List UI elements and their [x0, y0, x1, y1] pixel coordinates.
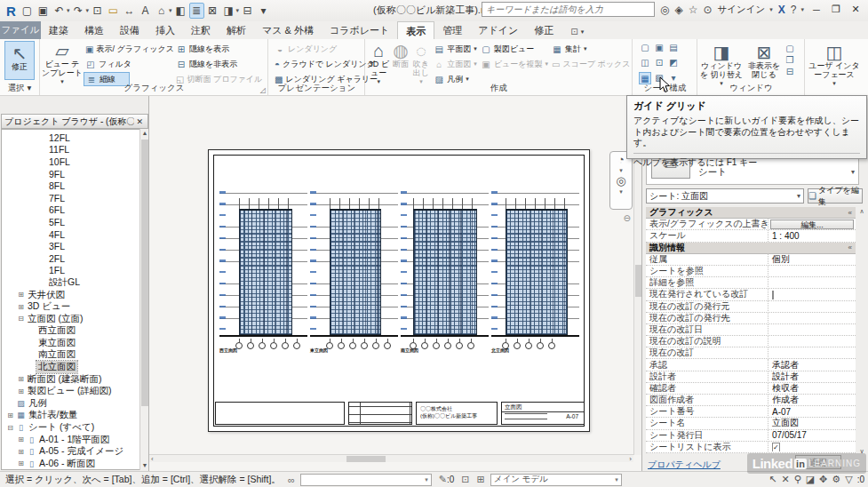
tab-アドイン[interactable]: アドイン: [470, 21, 526, 39]
drawing-area[interactable]: 西立面図東立面図南立面図北立面図 〇〇株式会社 (仮称)〇〇ビル新築工事 立面図…: [149, 96, 641, 471]
worksets-icon[interactable]: ∞: [288, 475, 295, 485]
undo-icon[interactable]: ↶: [52, 3, 67, 19]
user-icon[interactable]: ⊟: [240, 3, 255, 19]
tree-item-凡例[interactable]: ▨凡例: [2, 397, 140, 410]
tab-管理[interactable]: 管理: [434, 21, 470, 39]
property-value[interactable]: 検収者: [768, 382, 856, 395]
communication-center-icon[interactable]: ◈: [674, 4, 682, 16]
tab-挿入[interactable]: 挿入: [147, 21, 183, 39]
help-icon[interactable]: ?: [791, 4, 797, 16]
steering-wheel-icon[interactable]: ◔: [617, 154, 625, 166]
redo-icon[interactable]: ↷: [71, 3, 86, 19]
property-value[interactable]: 1 : 400: [768, 231, 856, 241]
select-underlay-icon[interactable]: ✕: [781, 474, 789, 485]
tree-item-7FL[interactable]: 7FL: [2, 192, 140, 204]
switch-windows-button[interactable]: ◨ ウィンドウを 切り替え▾: [698, 41, 745, 86]
tree-item-6FL[interactable]: 6FL: [2, 204, 140, 217]
project-browser-close-icon[interactable]: ✕: [134, 117, 145, 126]
remove-hidden-lines-button[interactable]: ⊟ 隠線を非表示: [174, 57, 263, 71]
text-icon[interactable]: A: [138, 3, 153, 19]
tree-item-A-01 - 1階平面図[interactable]: ⊞▯A-01 - 1階平面図: [2, 434, 140, 446]
property-value[interactable]: 作成者: [768, 394, 856, 406]
ribbon-display-toggle[interactable]: ⊡ ▾: [570, 27, 584, 39]
drafting-view-button[interactable]: ▢ 製図ビュー: [479, 42, 550, 56]
tree-item-東立面図[interactable]: 東立面図: [2, 337, 140, 349]
tree-item-南立面図[interactable]: 南立面図: [2, 349, 140, 362]
print-icon[interactable]: ⊡: [90, 3, 105, 19]
tree-item-2FL[interactable]: 2FL: [2, 252, 140, 265]
tree-item-5FL[interactable]: 5FL: [2, 216, 140, 228]
navbar-collapse-icon[interactable]: ⊖: [624, 213, 631, 223]
signin-label[interactable]: サインイン: [718, 4, 766, 16]
close-hidden-button[interactable]: ⊠ 非表示を 閉じる: [745, 41, 784, 86]
replicate-window-icon[interactable]: ▢: [784, 44, 796, 54]
checkbox-checked[interactable]: ✓: [772, 443, 780, 451]
tab-構造[interactable]: 構造: [76, 21, 112, 39]
tab-file[interactable]: ファイル: [0, 21, 41, 39]
minimize-button[interactable]: ─: [809, 4, 824, 15]
tree-item-A-06 - 断面図[interactable]: ⊞▯A-06 - 断面図: [2, 458, 140, 470]
switch-windows-icon-caret[interactable]: ▾: [236, 7, 240, 14]
select-links-icon[interactable]: ↖: [768, 474, 776, 485]
view-template-button[interactable]: ▱ ビュー テンプレート▾: [41, 39, 84, 86]
property-value[interactable]: 承認者: [768, 359, 856, 371]
cascade-windows-icon[interactable]: ❐: [784, 55, 796, 66]
expand-minus-icon[interactable]: ⊟: [16, 315, 26, 323]
tree-item-9FL[interactable]: 9FL: [2, 168, 140, 180]
scroll-left-icon[interactable]: ‹: [151, 455, 154, 463]
matchline-icon[interactable]: ◩: [667, 57, 680, 69]
property-value[interactable]: 設計者: [768, 371, 856, 383]
expand-plus-icon[interactable]: ⊞: [16, 375, 26, 383]
property-section-グラフィックス[interactable]: グラフィックス«: [646, 207, 856, 219]
property-value[interactable]: A-07: [768, 407, 856, 417]
signin-caret-icon[interactable]: ▾: [769, 6, 773, 13]
open-icon[interactable]: ▢: [20, 3, 35, 19]
zoom-caret-icon[interactable]: ▾: [619, 188, 623, 196]
tab-設備[interactable]: 設備: [112, 21, 147, 39]
visibility-graphics-button[interactable]: ▣ 表示/ グラフィックス: [84, 42, 174, 56]
default-3d-view-icon-caret[interactable]: ▾: [169, 7, 172, 14]
property-value[interactable]: 立面図: [768, 417, 856, 429]
expand-plus-icon[interactable]: ⊞: [16, 387, 26, 395]
tab-注釈[interactable]: 注釈: [183, 21, 219, 39]
undo-icon-caret[interactable]: ▾: [67, 7, 70, 14]
edit-type-button[interactable]: ❏ タイプを編集: [808, 188, 863, 204]
family-caret-icon[interactable]: ▾: [851, 168, 855, 176]
expand-plus-icon[interactable]: ⊞: [16, 459, 26, 467]
tab-表示[interactable]: 表示: [397, 21, 434, 39]
tree-item-立面図 (立面)[interactable]: ⊟立面図 (立面): [2, 313, 140, 325]
tree-item-12FL[interactable]: 12FL: [2, 132, 140, 144]
signin-person-icon[interactable]: ⊙: [703, 4, 712, 16]
scroll-right-icon[interactable]: ›: [629, 455, 632, 463]
aligned-dimension-icon[interactable]: ↔: [122, 3, 137, 19]
exchange-apps-icon[interactable]: X: [778, 4, 785, 16]
tree-item-天井伏図[interactable]: ⊞天井伏図: [2, 289, 140, 301]
project-browser-scrollbar[interactable]: ▲ ▼: [139, 129, 148, 470]
modify-button[interactable]: ↖ 修正: [4, 41, 35, 80]
viewport-icon[interactable]: ⊡: [653, 57, 665, 69]
tile-windows-icon[interactable]: ⊟: [784, 67, 796, 77]
redo-icon-caret[interactable]: ▾: [86, 7, 90, 14]
scrollbar-thumb[interactable]: [141, 140, 148, 406]
tab-マス & 外構[interactable]: マス & 外構: [254, 21, 322, 39]
place-view-icon[interactable]: ▣: [653, 42, 665, 54]
tree-item-西立面図[interactable]: 西立面図: [2, 325, 140, 338]
design-option-combobox[interactable]: メイン モデル▾: [490, 474, 622, 486]
tree-item-1FL[interactable]: 1FL: [2, 265, 140, 277]
save-icon[interactable]: ▣: [36, 3, 51, 19]
expand-plus-icon[interactable]: ⊞: [16, 303, 26, 311]
vertical-scrollbar-thumb[interactable]: [635, 265, 641, 297]
close-button[interactable]: ✕: [848, 4, 863, 15]
properties-help-link[interactable]: プロパティヘルプ: [648, 459, 721, 471]
property-section-識別情報[interactable]: 識別情報«: [646, 243, 856, 254]
section-collapse-icon[interactable]: «: [848, 209, 856, 217]
default-3d-view-icon[interactable]: ⌂: [154, 3, 169, 19]
tree-item-3D ビュー[interactable]: ⊞3D ビュー: [2, 300, 140, 313]
new-sheet-icon[interactable]: ▢: [639, 42, 651, 54]
zoom-icon[interactable]: ◎: [616, 175, 625, 188]
select-by-face-icon[interactable]: ◪: [806, 474, 815, 485]
panel-label-select[interactable]: 選択 ▾: [0, 83, 39, 94]
close-hidden-windows-icon[interactable]: ⊠: [205, 3, 220, 19]
workset-combobox[interactable]: ▾: [300, 474, 432, 486]
tab-建築[interactable]: 建築: [41, 21, 76, 39]
